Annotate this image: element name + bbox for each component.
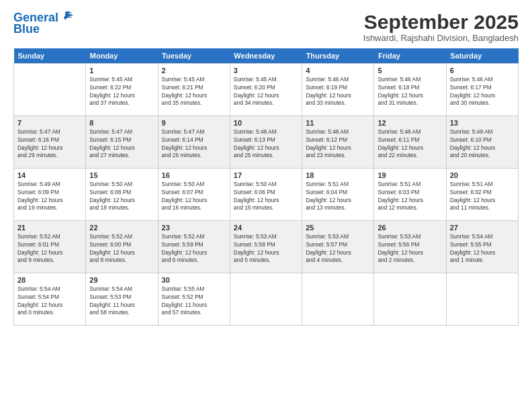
day-info: Sunrise: 5:45 AM Sunset: 6:22 PM Dayligh… — [89, 76, 154, 107]
day-number: 9 — [162, 119, 226, 127]
calendar-table: Sunday Monday Tuesday Wednesday Thursday… — [13, 48, 519, 326]
day-number: 28 — [17, 276, 82, 284]
day-number: 20 — [450, 171, 515, 179]
day-info: Sunrise: 5:51 AM Sunset: 6:04 PM Dayligh… — [306, 181, 370, 212]
day-info: Sunrise: 5:50 AM Sunset: 6:07 PM Dayligh… — [162, 181, 226, 212]
day-info: Sunrise: 5:47 AM Sunset: 6:15 PM Dayligh… — [89, 128, 154, 160]
col-tuesday: Tuesday — [158, 48, 230, 64]
logo-bird-icon — [60, 9, 75, 24]
day-number: 14 — [17, 171, 82, 179]
day-number: 2 — [162, 66, 226, 75]
day-info: Sunrise: 5:51 AM Sunset: 6:03 PM Dayligh… — [378, 181, 442, 212]
calendar-week-row: 7Sunrise: 5:47 AM Sunset: 6:16 PM Daylig… — [14, 116, 519, 169]
day-info: Sunrise: 5:54 AM Sunset: 5:54 PM Dayligh… — [17, 285, 82, 317]
day-number: 8 — [89, 119, 154, 127]
calendar-page: General Blue September 2025 Ishwardi, Ra… — [0, 0, 532, 411]
day-info: Sunrise: 5:53 AM Sunset: 5:56 PM Dayligh… — [378, 233, 442, 265]
table-row — [14, 64, 86, 116]
header: General Blue September 2025 Ishwardi, Ra… — [13, 11, 519, 43]
table-row: 27Sunrise: 5:54 AM Sunset: 5:55 PM Dayli… — [446, 221, 518, 273]
day-number: 30 — [162, 276, 226, 284]
day-number: 6 — [450, 66, 515, 75]
day-info: Sunrise: 5:53 AM Sunset: 5:58 PM Dayligh… — [234, 233, 298, 265]
table-row: 7Sunrise: 5:47 AM Sunset: 6:16 PM Daylig… — [14, 116, 86, 169]
col-wednesday: Wednesday — [230, 48, 302, 64]
calendar-week-row: 28Sunrise: 5:54 AM Sunset: 5:54 PM Dayli… — [14, 273, 519, 326]
table-row: 3Sunrise: 5:45 AM Sunset: 6:20 PM Daylig… — [230, 64, 302, 116]
day-number: 4 — [306, 66, 370, 75]
day-number: 26 — [378, 224, 442, 232]
day-info: Sunrise: 5:46 AM Sunset: 6:18 PM Dayligh… — [378, 76, 442, 107]
day-info: Sunrise: 5:48 AM Sunset: 6:13 PM Dayligh… — [234, 128, 298, 160]
day-number: 18 — [306, 171, 370, 179]
header-row: Sunday Monday Tuesday Wednesday Thursday… — [14, 48, 519, 64]
day-info: Sunrise: 5:47 AM Sunset: 6:16 PM Dayligh… — [17, 128, 82, 160]
calendar-week-row: 21Sunrise: 5:52 AM Sunset: 6:01 PM Dayli… — [14, 221, 519, 273]
table-row: 9Sunrise: 5:47 AM Sunset: 6:14 PM Daylig… — [158, 116, 230, 169]
col-friday: Friday — [374, 48, 446, 64]
table-row: 30Sunrise: 5:55 AM Sunset: 5:52 PM Dayli… — [158, 273, 230, 326]
day-number: 15 — [89, 171, 154, 179]
col-saturday: Saturday — [446, 48, 518, 64]
day-info: Sunrise: 5:48 AM Sunset: 6:11 PM Dayligh… — [378, 128, 442, 160]
table-row — [302, 273, 374, 326]
day-info: Sunrise: 5:51 AM Sunset: 6:02 PM Dayligh… — [450, 181, 515, 212]
day-info: Sunrise: 5:54 AM Sunset: 5:55 PM Dayligh… — [450, 233, 515, 265]
day-number: 22 — [89, 224, 154, 232]
col-sunday: Sunday — [14, 48, 86, 64]
location-subtitle: Ishwardi, Rajshahi Division, Bangladesh — [363, 33, 519, 43]
table-row: 8Sunrise: 5:47 AM Sunset: 6:15 PM Daylig… — [86, 116, 158, 169]
table-row: 25Sunrise: 5:53 AM Sunset: 5:57 PM Dayli… — [302, 221, 374, 273]
day-number: 24 — [234, 224, 298, 232]
logo: General Blue — [13, 11, 75, 36]
table-row: 20Sunrise: 5:51 AM Sunset: 6:02 PM Dayli… — [446, 169, 518, 221]
day-number: 10 — [234, 119, 298, 127]
table-row: 21Sunrise: 5:52 AM Sunset: 6:01 PM Dayli… — [14, 221, 86, 273]
day-number: 16 — [162, 171, 226, 179]
table-row: 1Sunrise: 5:45 AM Sunset: 6:22 PM Daylig… — [86, 64, 158, 116]
table-row: 18Sunrise: 5:51 AM Sunset: 6:04 PM Dayli… — [302, 169, 374, 221]
day-number: 29 — [89, 276, 154, 284]
day-number: 23 — [162, 224, 226, 232]
day-info: Sunrise: 5:49 AM Sunset: 6:09 PM Dayligh… — [17, 181, 82, 212]
table-row: 17Sunrise: 5:50 AM Sunset: 6:06 PM Dayli… — [230, 169, 302, 221]
day-info: Sunrise: 5:48 AM Sunset: 6:12 PM Dayligh… — [306, 128, 370, 160]
day-info: Sunrise: 5:50 AM Sunset: 6:06 PM Dayligh… — [234, 181, 298, 212]
day-info: Sunrise: 5:46 AM Sunset: 6:19 PM Dayligh… — [306, 76, 370, 107]
calendar-week-row: 14Sunrise: 5:49 AM Sunset: 6:09 PM Dayli… — [14, 169, 519, 221]
table-row: 26Sunrise: 5:53 AM Sunset: 5:56 PM Dayli… — [374, 221, 446, 273]
day-number: 12 — [378, 119, 442, 127]
col-thursday: Thursday — [302, 48, 374, 64]
day-number: 3 — [234, 66, 298, 75]
day-info: Sunrise: 5:46 AM Sunset: 6:17 PM Dayligh… — [450, 76, 515, 107]
day-info: Sunrise: 5:52 AM Sunset: 6:00 PM Dayligh… — [89, 233, 154, 265]
day-number: 27 — [450, 224, 515, 232]
table-row: 15Sunrise: 5:50 AM Sunset: 6:08 PM Dayli… — [86, 169, 158, 221]
table-row — [374, 273, 446, 326]
table-row: 24Sunrise: 5:53 AM Sunset: 5:58 PM Dayli… — [230, 221, 302, 273]
day-info: Sunrise: 5:45 AM Sunset: 6:20 PM Dayligh… — [234, 76, 298, 107]
table-row — [446, 273, 518, 326]
table-row: 23Sunrise: 5:52 AM Sunset: 5:59 PM Dayli… — [158, 221, 230, 273]
table-row: 14Sunrise: 5:49 AM Sunset: 6:09 PM Dayli… — [14, 169, 86, 221]
day-number: 19 — [378, 171, 442, 179]
table-row: 22Sunrise: 5:52 AM Sunset: 6:00 PM Dayli… — [86, 221, 158, 273]
day-info: Sunrise: 5:50 AM Sunset: 6:08 PM Dayligh… — [89, 181, 154, 212]
col-monday: Monday — [86, 48, 158, 64]
day-number: 25 — [306, 224, 370, 232]
table-row: 11Sunrise: 5:48 AM Sunset: 6:12 PM Dayli… — [302, 116, 374, 169]
table-row — [230, 273, 302, 326]
day-info: Sunrise: 5:45 AM Sunset: 6:21 PM Dayligh… — [162, 76, 226, 107]
table-row: 13Sunrise: 5:49 AM Sunset: 6:10 PM Dayli… — [446, 116, 518, 169]
day-number: 7 — [17, 119, 82, 127]
day-info: Sunrise: 5:52 AM Sunset: 6:01 PM Dayligh… — [17, 233, 82, 265]
title-block: September 2025 Ishwardi, Rajshahi Divisi… — [363, 11, 519, 43]
day-info: Sunrise: 5:47 AM Sunset: 6:14 PM Dayligh… — [162, 128, 226, 160]
day-info: Sunrise: 5:52 AM Sunset: 5:59 PM Dayligh… — [162, 233, 226, 265]
table-row: 29Sunrise: 5:54 AM Sunset: 5:53 PM Dayli… — [86, 273, 158, 326]
table-row: 28Sunrise: 5:54 AM Sunset: 5:54 PM Dayli… — [14, 273, 86, 326]
calendar-week-row: 1Sunrise: 5:45 AM Sunset: 6:22 PM Daylig… — [14, 64, 519, 116]
table-row: 2Sunrise: 5:45 AM Sunset: 6:21 PM Daylig… — [158, 64, 230, 116]
day-info: Sunrise: 5:54 AM Sunset: 5:53 PM Dayligh… — [89, 285, 154, 317]
table-row: 5Sunrise: 5:46 AM Sunset: 6:18 PM Daylig… — [374, 64, 446, 116]
